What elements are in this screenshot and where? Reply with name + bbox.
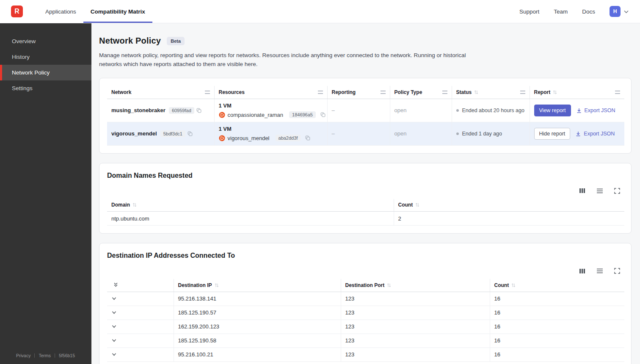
col-header-destination-ip[interactable]: Destination IP	[174, 279, 341, 292]
sidebar-item-settings[interactable]: Settings	[0, 80, 91, 96]
rows-view-icon[interactable]	[596, 188, 603, 193]
count-value: 16	[490, 306, 624, 320]
copy-icon[interactable]	[188, 131, 193, 136]
copy-icon[interactable]	[196, 108, 201, 113]
col-header-policy-type[interactable]: Policy Type	[390, 86, 452, 99]
col-header-reporting[interactable]: Reporting	[327, 86, 390, 99]
destination-port-value: 123	[341, 320, 490, 334]
network-id-badge: 60959fad	[169, 107, 194, 114]
sidebar-item-network-policy[interactable]: Network Policy	[0, 65, 91, 80]
topbar: R Applications Compatibility Matrix Supp…	[0, 0, 640, 23]
destination-port-value: 123	[341, 334, 490, 347]
app-logo[interactable]: R	[11, 6, 23, 17]
destination-ip-value: 185.125.190.57	[174, 306, 341, 320]
sort-icon[interactable]	[553, 90, 557, 95]
row-expand-chevron-icon[interactable]	[111, 297, 117, 301]
support-link[interactable]: Support	[519, 8, 539, 15]
expand-all-icon[interactable]	[113, 282, 119, 287]
col-header-network[interactable]: Network	[107, 86, 214, 99]
columns-view-icon[interactable]	[579, 188, 585, 193]
row-expand-chevron-icon[interactable]	[111, 325, 117, 328]
col-header-count-label: Count	[494, 282, 509, 288]
destination-card-title: Destination IP Addresses Connected To	[107, 252, 623, 259]
expand-fullscreen-icon[interactable]	[614, 268, 620, 274]
domain-card-title: Domain Names Requested	[107, 172, 623, 179]
sort-icon[interactable]	[215, 283, 219, 288]
export-download-icon	[575, 131, 581, 137]
row-expand-chevron-icon[interactable]	[111, 339, 117, 342]
docs-link[interactable]: Docs	[582, 8, 595, 15]
main-content: Network Policy Beta Manage network polic…	[91, 23, 640, 364]
page-title: Network Policy	[99, 36, 161, 46]
columns-view-icon[interactable]	[579, 268, 585, 274]
page-description: Manage network policy, reporting and vie…	[99, 51, 474, 69]
row-expand-chevron-icon[interactable]	[111, 311, 117, 314]
view-report-button[interactable]: View report	[534, 105, 571, 116]
networks-table: Network Resources Reporting Policy Type	[107, 86, 624, 146]
account-menu[interactable]: H	[610, 6, 629, 17]
export-json-link[interactable]: Export JSON	[576, 108, 615, 113]
resource-count: 1 VM	[219, 126, 323, 132]
column-menu-icon[interactable]	[318, 91, 323, 94]
terms-link[interactable]: Terms	[39, 353, 51, 358]
row-expand-chevron-icon[interactable]	[111, 353, 117, 356]
copy-icon[interactable]	[320, 112, 326, 117]
col-header-domain[interactable]: Domain	[107, 199, 394, 212]
copy-icon[interactable]	[305, 135, 310, 141]
sort-icon[interactable]	[387, 283, 391, 288]
sort-icon[interactable]	[132, 202, 137, 207]
sort-icon[interactable]	[511, 283, 516, 288]
resource-id-badge: aba2dd3f	[276, 135, 301, 141]
export-json-link[interactable]: Export JSON	[575, 131, 615, 137]
build-version: 5f56b15	[59, 353, 75, 358]
destination-ips-card: Destination IP Addresses Connected To De…	[99, 243, 632, 364]
col-header-resources[interactable]: Resources	[214, 86, 327, 99]
col-header-status[interactable]: Status	[452, 86, 530, 99]
col-header-destination-port-label: Destination Port	[345, 282, 385, 288]
policy-type-value: open	[390, 122, 452, 145]
domain-value: ntp.ubuntu.com	[107, 212, 394, 226]
network-row: vigorous_mendel5bdf3dc1 1 VM vigorous_me…	[107, 122, 624, 145]
col-header-resources-label: Resources	[219, 89, 245, 95]
resource-id-badge: 184696a5	[289, 111, 316, 118]
col-header-count[interactable]: Count	[490, 279, 624, 292]
avatar: H	[610, 6, 621, 17]
destination-row: 162.159.200.123 123 16	[107, 320, 624, 334]
domain-names-card: Domain Names Requested Domain Count	[99, 163, 632, 234]
sidebar-item-overview[interactable]: Overview	[0, 33, 91, 49]
tab-applications-label: Applications	[45, 8, 76, 15]
column-menu-icon[interactable]	[442, 91, 447, 94]
tab-compatibility-matrix[interactable]: Compatibility Matrix	[83, 0, 152, 23]
destination-port-value: 123	[341, 292, 490, 306]
team-link[interactable]: Team	[554, 8, 568, 15]
count-value: 16	[490, 320, 624, 334]
col-header-count[interactable]: Count	[394, 199, 624, 212]
network-name: musing_stonebraker	[111, 107, 166, 113]
status-dot	[456, 132, 459, 135]
column-menu-icon[interactable]	[205, 91, 210, 94]
resource-count: 1 VM	[219, 102, 323, 109]
resource-name: compassionate_raman	[228, 112, 284, 118]
column-menu-icon[interactable]	[615, 91, 620, 94]
expand-fullscreen-icon[interactable]	[614, 188, 620, 194]
sort-icon[interactable]	[474, 90, 478, 95]
destination-ip-value: 95.216.138.141	[174, 292, 341, 306]
beta-badge: Beta	[167, 37, 185, 45]
col-header-expand-all[interactable]	[107, 279, 174, 292]
col-header-report[interactable]: Report	[530, 86, 624, 99]
col-header-policy-type-label: Policy Type	[394, 89, 422, 95]
rows-view-icon[interactable]	[596, 268, 603, 273]
hide-report-button[interactable]: Hide report	[534, 128, 571, 140]
column-menu-icon[interactable]	[520, 91, 525, 94]
resource-name: vigorous_mendel	[228, 135, 270, 141]
col-header-destination-port[interactable]: Destination Port	[341, 279, 490, 292]
network-id-badge: 5bdf3dc1	[160, 130, 185, 137]
sort-icon[interactable]	[415, 202, 419, 207]
count-value: 16	[490, 334, 624, 347]
count-value: 16	[490, 292, 624, 306]
tab-compatibility-matrix-label: Compatibility Matrix	[91, 8, 145, 15]
sidebar-item-history[interactable]: History	[0, 49, 91, 65]
privacy-link[interactable]: Privacy	[16, 353, 30, 358]
column-menu-icon[interactable]	[381, 91, 386, 94]
tab-applications[interactable]: Applications	[38, 0, 83, 23]
